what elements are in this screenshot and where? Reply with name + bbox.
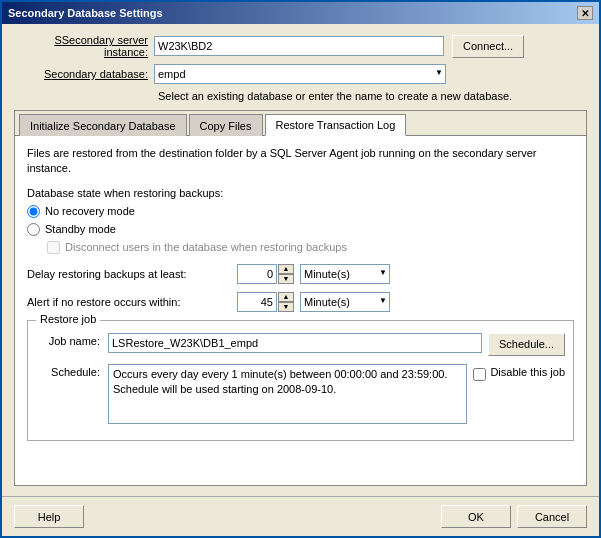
server-instance-row: SSecondary server instance: Connect... xyxy=(14,34,587,58)
delay-spinner-down[interactable]: ▼ xyxy=(278,274,294,284)
no-recovery-row: No recovery mode xyxy=(27,205,574,218)
bottom-right-buttons: OK Cancel xyxy=(441,505,587,528)
delay-unit-wrapper: Minute(s) Hour(s) xyxy=(300,264,390,284)
title-bar: Secondary Database Settings ✕ xyxy=(2,2,599,24)
disable-job-checkbox[interactable] xyxy=(473,368,486,381)
schedule-row: Schedule: Occurs every day every 1 minut… xyxy=(36,364,565,424)
disconnect-row: Disconnect users in the database when re… xyxy=(47,241,574,254)
job-name-row: Job name: Schedule... xyxy=(36,333,565,356)
alert-row: Alert if no restore occurs within: ▲ ▼ M… xyxy=(27,292,574,312)
standby-row: Standby mode xyxy=(27,223,574,236)
server-instance-label: SSecondary server instance: xyxy=(14,34,154,58)
secondary-database-select[interactable]: empd xyxy=(154,64,446,84)
tab-bar: Initialize Secondary Database Copy Files… xyxy=(15,111,586,136)
job-name-label: Job name: xyxy=(36,333,108,347)
restore-description: Files are restored from the destination … xyxy=(27,146,574,177)
bottom-bar: Help OK Cancel xyxy=(2,496,599,536)
alert-spinner: ▲ ▼ Minute(s) Hour(s) xyxy=(237,292,390,312)
delay-unit-select[interactable]: Minute(s) Hour(s) xyxy=(300,264,390,284)
hint-text: Select an existing database or enter the… xyxy=(158,90,587,102)
alert-spinner-buttons: ▲ ▼ xyxy=(278,292,294,312)
secondary-database-wrapper: empd xyxy=(154,64,446,84)
tab-copy[interactable]: Copy Files xyxy=(189,114,263,136)
alert-spinner-up[interactable]: ▲ xyxy=(278,292,294,302)
db-state-label: Database state when restoring backups: xyxy=(27,187,574,199)
restore-job-group: Restore job Job name: Schedule... Schedu… xyxy=(27,320,574,441)
restore-job-title: Restore job xyxy=(36,313,100,325)
disable-job-row: Disable this job xyxy=(473,364,565,381)
tabs-container: Initialize Secondary Database Copy Files… xyxy=(14,110,587,486)
alert-spinner-down[interactable]: ▼ xyxy=(278,302,294,312)
connect-button[interactable]: Connect... xyxy=(452,35,524,58)
tab-restore[interactable]: Restore Transaction Log xyxy=(265,114,407,136)
secondary-database-label: Secondary database: xyxy=(14,68,154,80)
ok-button[interactable]: OK xyxy=(441,505,511,528)
schedule-button[interactable]: Schedule... xyxy=(488,333,565,356)
job-name-input[interactable] xyxy=(108,333,482,353)
alert-unit-select[interactable]: Minute(s) Hour(s) xyxy=(300,292,390,312)
delay-spinner-up[interactable]: ▲ xyxy=(278,264,294,274)
no-recovery-label: No recovery mode xyxy=(45,205,135,217)
help-button[interactable]: Help xyxy=(14,505,84,528)
close-button[interactable]: ✕ xyxy=(577,6,593,20)
server-instance-input[interactable] xyxy=(154,36,444,56)
schedule-text-area[interactable]: Occurs every day every 1 minute(s) betwe… xyxy=(108,364,467,424)
restore-tab-content: Files are restored from the destination … xyxy=(15,136,586,485)
alert-input[interactable] xyxy=(237,292,277,312)
alert-label: Alert if no restore occurs within: xyxy=(27,296,237,308)
delay-spinner: ▲ ▼ Minute(s) Hour(s) xyxy=(237,264,390,284)
delay-label: Delay restoring backups at least: xyxy=(27,268,237,280)
tab-init[interactable]: Initialize Secondary Database xyxy=(19,114,187,136)
delay-spinner-buttons: ▲ ▼ xyxy=(278,264,294,284)
disable-job-label: Disable this job xyxy=(490,366,565,378)
cancel-button[interactable]: Cancel xyxy=(517,505,587,528)
dialog-title: Secondary Database Settings xyxy=(8,7,163,19)
secondary-database-row: Secondary database: empd xyxy=(14,64,587,84)
standby-label: Standby mode xyxy=(45,223,116,235)
dialog-window: Secondary Database Settings ✕ SSecondary… xyxy=(0,0,601,538)
schedule-label: Schedule: xyxy=(36,364,108,378)
disconnect-checkbox[interactable] xyxy=(47,241,60,254)
standby-radio[interactable] xyxy=(27,223,40,236)
delay-input[interactable] xyxy=(237,264,277,284)
dialog-content: SSecondary server instance: Connect... S… xyxy=(2,24,599,496)
alert-unit-wrapper: Minute(s) Hour(s) xyxy=(300,292,390,312)
no-recovery-radio[interactable] xyxy=(27,205,40,218)
disconnect-label: Disconnect users in the database when re… xyxy=(65,241,347,253)
delay-row: Delay restoring backups at least: ▲ ▼ Mi… xyxy=(27,264,574,284)
